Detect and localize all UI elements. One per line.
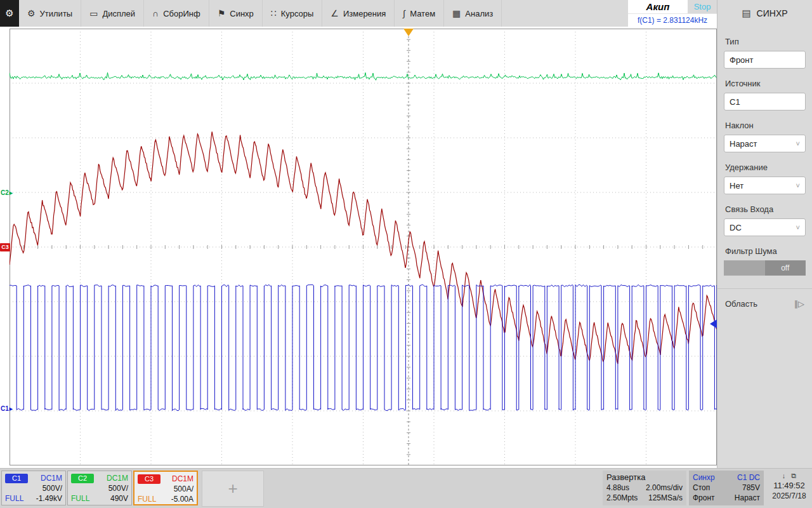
menu-label: Дисплей <box>102 9 135 18</box>
top-menu-bar: ⚙ ⚙ Утилиты ▭ Дисплей ∩ СборИнф ⚑ Синхр … <box>0 0 717 27</box>
channel-offset: -5.00A <box>171 495 193 504</box>
trigger-status-panel[interactable]: Синхр C1 DC Стоп 785V Фронт Нараст <box>689 471 764 505</box>
timebase-title: Развертка <box>606 472 683 483</box>
region-icon: ∥▷ <box>794 299 805 309</box>
menu-utilities[interactable]: ⚙ Утилиты <box>19 0 81 27</box>
menu-measure[interactable]: ∠ Измерения <box>322 0 395 27</box>
channel-coupling: DC1M <box>107 474 128 483</box>
field-label-source: Источник <box>725 79 812 88</box>
menu-label: Утилиты <box>40 9 73 18</box>
channel-bandwidth: FULL <box>5 494 23 503</box>
sidebar-divider <box>717 288 812 289</box>
trigger-coupling-select[interactable]: DC ˅ <box>724 218 806 236</box>
field-label-coupling: Связь Входа <box>725 204 812 214</box>
math-icon: ∫ <box>403 8 405 18</box>
channel-scale: 500V/ <box>43 484 62 493</box>
channel-marker-c3[interactable]: C3 <box>0 243 10 251</box>
trigger-level: 785V <box>742 483 760 492</box>
field-label-type: Тип <box>725 37 812 46</box>
usb-icon[interactable]: ↓ <box>782 472 786 479</box>
analysis-icon: ▦ <box>452 8 461 18</box>
clock-time: 11:49:52 <box>766 481 812 491</box>
menu-acquire[interactable]: ∩ СборИнф <box>144 0 209 27</box>
field-label-slope: Наклон <box>725 121 812 130</box>
channel-badge-c2[interactable]: C2 <box>71 474 94 483</box>
timebase-panel[interactable]: Развертка 4.88us 2.00ms/div 2.50Mpts 125… <box>603 471 686 505</box>
channel-info-c3[interactable]: C3 DC1M 500A/ FULL -5.00A <box>133 471 198 505</box>
brand-logo: Акип <box>628 0 688 13</box>
waveform-canvas[interactable] <box>10 29 717 465</box>
trigger-flag-icon: ⚑ <box>218 8 226 18</box>
menu-display[interactable]: ▭ Дисплей <box>81 0 144 27</box>
chevron-down-icon: ˅ <box>796 182 800 189</box>
channel-bandwidth: FULL <box>71 494 89 503</box>
menu-trigger[interactable]: ⚑ Синхр <box>209 0 263 27</box>
chevron-down-icon: ˅ <box>796 224 800 231</box>
menu-analysis[interactable]: ▦ Анализ <box>444 0 502 27</box>
add-channel-button[interactable]: + <box>202 471 264 507</box>
cursors-icon: ∷ <box>271 8 277 18</box>
region-label: Область <box>725 299 757 309</box>
trigger-source: C1 DC <box>737 473 760 482</box>
field-value: Нараст <box>730 139 757 149</box>
acquire-icon: ∩ <box>152 8 159 18</box>
channel-badge-c3[interactable]: C3 <box>138 474 160 484</box>
channel-offset: -1.49kV <box>36 494 62 503</box>
channel-marker-c2[interactable]: C2 <box>1 189 13 196</box>
channel-coupling: DC1M <box>41 474 62 483</box>
channel-bandwidth: FULL <box>138 495 156 504</box>
trigger-level-marker[interactable] <box>710 319 717 328</box>
measure-icon: ∠ <box>331 8 339 18</box>
run-state-indicator[interactable]: Stop <box>688 0 717 13</box>
panel-header: ▤ СИНХР <box>717 0 812 27</box>
trigger-type-select[interactable]: Фронт <box>724 51 806 69</box>
channel-offset: 490V <box>110 494 128 503</box>
lan-icon[interactable]: ⧉ <box>791 472 796 480</box>
field-value: Фронт <box>730 55 753 65</box>
app-menu-button[interactable]: ⚙ <box>0 0 19 27</box>
plus-icon: + <box>228 479 237 498</box>
noise-filter-toggle[interactable]: off <box>724 260 806 276</box>
clock-date: 2025/7/18 <box>766 491 812 500</box>
clock-panel: ↓ ⧉ 11:49:52 2025/7/18 <box>766 471 812 500</box>
menu-label: Курсоры <box>281 9 314 18</box>
menu-math[interactable]: ∫ Матем <box>395 0 444 27</box>
gear-icon: ⚙ <box>27 8 36 18</box>
channel-coupling: DC1M <box>172 474 193 483</box>
field-value: C1 <box>730 97 740 107</box>
trigger-holdoff-select[interactable]: Нет ˅ <box>724 177 806 194</box>
channel-badge-c1[interactable]: C1 <box>5 474 28 483</box>
trigger-slope-select[interactable]: Нараст ˅ <box>724 135 806 152</box>
trigger-settings-panel: ▤ СИНХР Тип Фронт Источник C1 Наклон Нар… <box>717 0 812 508</box>
channel-scale: 500A/ <box>174 485 193 493</box>
field-value: Нет <box>730 181 743 190</box>
region-row[interactable]: Область ∥▷ <box>725 299 804 309</box>
trigger-frequency-readout: f(C1) = 2.831124kHz <box>628 13 717 27</box>
menu-label: Матем <box>410 9 435 18</box>
channel-scale: 500V/ <box>108 484 128 493</box>
chevron-down-icon: ˅ <box>796 140 800 147</box>
trigger-title: Синхр <box>693 473 715 482</box>
timebase-sample-rate: 125MSa/s <box>648 493 683 502</box>
timebase-delay: 4.88us <box>606 483 629 492</box>
waveform-display: C2 C3 C1 <box>0 27 717 468</box>
channel-info-c1[interactable]: C1 DC1M 500V/ FULL -1.49kV <box>1 471 66 505</box>
menu-label: Синхр <box>230 9 254 18</box>
timebase-scale: 2.00ms/div <box>646 483 683 492</box>
menu-label: СборИнф <box>163 9 200 18</box>
menu-label: Анализ <box>465 9 493 18</box>
noise-filter-off-segment[interactable]: off <box>765 260 806 276</box>
top-right-cluster: Акип Stop f(C1) = 2.831124kHz <box>628 0 717 27</box>
channel-marker-c1[interactable]: C1 <box>1 405 13 412</box>
channel-info-c2[interactable]: C2 DC1M 500V/ FULL 490V <box>67 471 132 505</box>
trigger-position-marker[interactable] <box>403 29 414 36</box>
app-icon: ⚙ <box>5 8 13 19</box>
trigger-source-select[interactable]: C1 <box>724 93 806 110</box>
trigger-type: Фронт <box>693 493 715 502</box>
noise-filter-on-segment[interactable] <box>724 260 765 276</box>
trigger-slope: Нараст <box>735 493 760 502</box>
field-label-holdoff: Удержание <box>725 163 812 172</box>
menu-cursors[interactable]: ∷ Курсоры <box>263 0 323 27</box>
field-value: DC <box>730 223 742 232</box>
menu-label: Измерения <box>343 9 386 18</box>
